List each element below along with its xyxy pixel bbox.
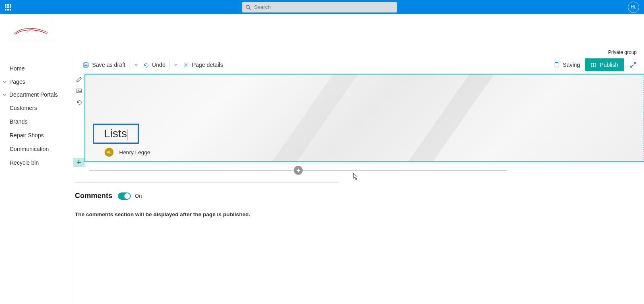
comments-heading: Comments xyxy=(75,192,112,200)
author-initials: HL xyxy=(107,150,111,154)
add-section-rail-button[interactable] xyxy=(73,158,85,167)
add-webpart-button[interactable] xyxy=(294,166,303,175)
page-title-text: Lists xyxy=(104,127,127,140)
separator xyxy=(169,60,170,69)
hero-banner[interactable]: Lists HL Henry Legge xyxy=(85,74,644,162)
svg-point-5 xyxy=(185,64,186,66)
save-as-draft-button[interactable]: Save as draft xyxy=(80,56,128,74)
undo-icon xyxy=(76,99,82,105)
main-content: Save as draft Undo Page details Saving P… xyxy=(73,56,644,303)
svg-rect-2 xyxy=(84,62,88,67)
app-launcher-icon[interactable] xyxy=(5,4,11,10)
search-icon xyxy=(246,4,251,10)
car-logo-icon xyxy=(13,25,49,37)
chevron-down-icon xyxy=(2,80,7,84)
saving-label: Saving xyxy=(563,62,580,68)
saving-indicator: Saving xyxy=(554,62,580,68)
nav-pages[interactable]: Pages xyxy=(0,75,73,88)
suite-header: HL xyxy=(0,0,644,14)
edit-webpart-button[interactable] xyxy=(73,74,85,85)
nav-department-portals-label: Department Portals xyxy=(9,91,58,98)
svg-line-1 xyxy=(249,8,250,9)
save-dropdown[interactable] xyxy=(134,63,138,67)
user-avatar-initials: HL xyxy=(631,5,636,9)
command-bar: Save as draft Undo Page details Saving P… xyxy=(73,56,644,74)
site-logo[interactable] xyxy=(9,20,53,41)
undo-dropdown[interactable] xyxy=(174,63,178,67)
expand-icon xyxy=(630,61,637,68)
nav-repair-shops[interactable]: Repair Shops xyxy=(0,128,73,142)
image-icon xyxy=(76,88,82,94)
gear-icon xyxy=(183,62,189,68)
pencil-icon xyxy=(76,77,82,83)
page-title-input[interactable]: Lists xyxy=(93,124,139,144)
user-avatar[interactable]: HL xyxy=(628,2,639,13)
comments-toggle[interactable] xyxy=(118,192,131,200)
nav-pages-label: Pages xyxy=(9,79,25,85)
add-webpart-divider xyxy=(89,165,507,175)
image-webpart-button[interactable] xyxy=(73,85,85,96)
author-avatar: HL xyxy=(105,148,114,157)
reset-webpart-button[interactable] xyxy=(73,96,85,108)
publish-button[interactable]: Publish xyxy=(585,58,624,71)
page-details-label: Page details xyxy=(192,62,223,68)
publish-label: Publish xyxy=(600,62,618,68)
svg-rect-3 xyxy=(85,62,87,64)
publish-icon xyxy=(590,62,597,68)
nav-home[interactable]: Home xyxy=(0,62,73,75)
page-author[interactable]: HL Henry Legge xyxy=(105,148,150,157)
undo-icon xyxy=(143,62,149,68)
spinner-icon xyxy=(554,62,559,68)
search-box[interactable] xyxy=(242,2,397,12)
nav-communication[interactable]: Communication xyxy=(0,142,73,156)
undo-label: Undo xyxy=(152,62,165,68)
svg-point-0 xyxy=(246,5,250,8)
nav-recycle-bin[interactable]: Recycle bin xyxy=(0,156,73,170)
search-input[interactable] xyxy=(254,4,394,10)
plus-icon xyxy=(296,168,301,173)
separator xyxy=(130,60,130,69)
nav-department-portals[interactable]: Department Portals xyxy=(0,88,73,101)
chevron-down-icon xyxy=(2,93,7,97)
comments-section: Comments On The comments section will be… xyxy=(75,182,339,217)
plus-icon xyxy=(76,160,81,165)
expand-button[interactable] xyxy=(630,61,637,68)
comments-note: The comments section will be displayed a… xyxy=(75,211,339,217)
webpart-toolbar xyxy=(73,74,85,108)
save-icon xyxy=(83,62,89,68)
page-details-button[interactable]: Page details xyxy=(180,56,225,74)
left-navigation: Home Pages Department Portals Customers … xyxy=(0,56,73,303)
undo-button[interactable]: Undo xyxy=(140,56,168,74)
toggle-knob xyxy=(124,193,130,199)
nav-customers[interactable]: Customers xyxy=(0,101,73,115)
search-container xyxy=(11,2,628,12)
title-area: Lists HL Henry Legge xyxy=(73,74,644,162)
privacy-label: Private group xyxy=(0,47,644,56)
svg-rect-4 xyxy=(85,65,87,67)
nav-brands[interactable]: Brands xyxy=(0,115,73,128)
text-caret xyxy=(128,129,128,140)
comments-toggle-label: On xyxy=(135,193,142,199)
author-name: Henry Legge xyxy=(119,149,150,155)
save-as-draft-label: Save as draft xyxy=(92,62,126,68)
site-header xyxy=(0,14,644,47)
